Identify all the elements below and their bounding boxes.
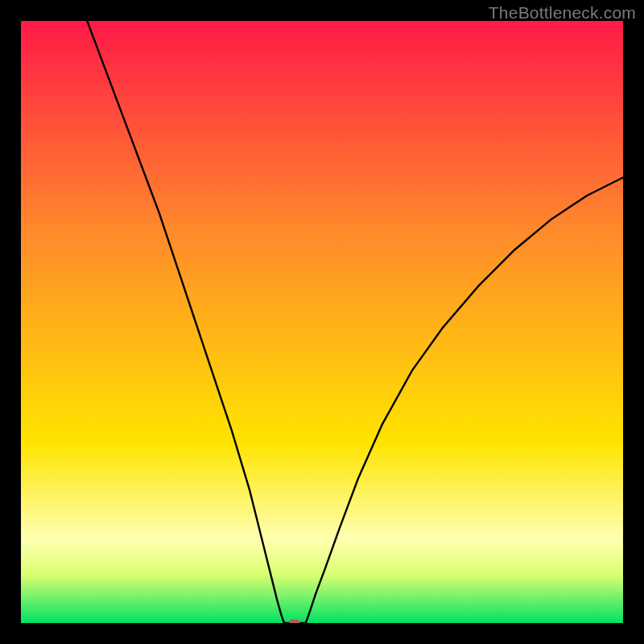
current-point-marker	[289, 620, 300, 624]
chart-container: TheBottleneck.com	[0, 0, 644, 644]
watermark-text: TheBottleneck.com	[489, 3, 636, 23]
outer-frame: TheBottleneck.com	[0, 0, 644, 644]
bottleneck-curve	[21, 21, 623, 623]
curve-right-branch	[306, 177, 623, 623]
curve-left-branch	[87, 21, 284, 623]
plot-area	[21, 21, 623, 623]
